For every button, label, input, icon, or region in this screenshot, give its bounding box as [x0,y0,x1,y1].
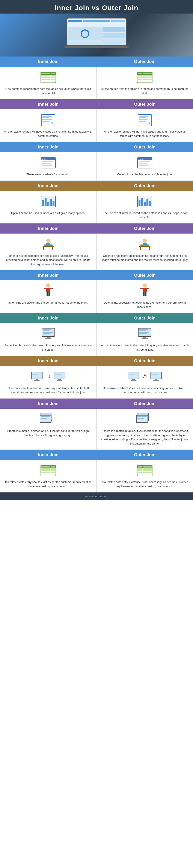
outer-join-header-9: Outer Join [96,450,193,460]
outer-text-6: A condition is not given in the outer jo… [101,343,189,352]
inner-join-header-0: Inner Join [0,57,96,67]
section-content-4: Inner join is the common join and is use… [0,234,193,271]
inner-col-6: A condition is given in the inner join q… [0,323,97,355]
inner-icon-4 [40,238,57,251]
section-header-1: Inner Join Outer Join [0,99,193,110]
outer-text-0: All the entries from the tables are take… [101,87,189,95]
outer-icon-8 [136,413,153,426]
svg-rect-21 [143,288,147,292]
section-header-0: Inner Join Outer Join [0,57,193,67]
svg-rect-6 [49,245,53,246]
outer-icon-3 [136,195,153,208]
svg-rect-2 [52,247,53,250]
section-header-8: Inner Join Outer Join [0,399,193,409]
laptop-screen [67,18,126,46]
outer-icon-7 [136,370,153,383]
section-header-9: Inner Join Outer Join [0,450,193,460]
inner-join-header-4: Inner Join [0,223,96,234]
outer-icon-9 [136,464,153,477]
inner-text-4: Inner join is the common join and is use… [4,254,93,267]
outer-icon-0 [136,71,153,84]
person-desk-icon [41,237,56,252]
inner-icon-8 [40,413,57,426]
footer-url: www.educba.com [85,495,108,498]
outer-join-header-2: Outer Join [96,142,193,152]
outer-join-header-3: Outer Join [96,181,193,191]
outer-col-2: Outer join can be left outer or right ou… [97,152,193,181]
outer-text-4: Outer join has many options such as left… [101,254,189,262]
inner-text-2: There are no variants for inner join. [27,172,70,177]
inner-text-6: A condition is given in the inner join q… [4,343,93,352]
outer-text-2: Outer join can be left outer or right ou… [117,172,172,177]
section-header-4: Inner Join Outer Join [0,223,193,234]
inner-col-3: Optimizer can be used in inner join as i… [0,191,97,223]
person-stand-icon [137,282,152,300]
laptop-mockup [60,18,133,52]
inner-col-7: If the rows in table A does not have any… [0,366,97,398]
person-stand-icon [41,282,56,300]
section-content-3: Optimizer can be used in inner join as i… [0,191,193,223]
outer-col-1: ✎ All the rows or entries will not have … [97,110,193,142]
svg-point-20 [143,283,147,288]
laptop-base [64,46,129,48]
section-content-1: ✎ All the rows or entries will have valu… [0,110,193,142]
outer-join-header-6: Outer Join [96,313,193,323]
svg-rect-22 [143,292,145,296]
inner-join-header-8: Inner Join [0,399,96,409]
outer-col-9: If a related data entry existence is not… [97,460,193,492]
outer-join-header-0: Outer Join [96,57,193,67]
section-header-6: Inner Join Outer Join [0,313,193,323]
sections-container: Inner Join Outer Join Only common record… [0,57,193,492]
inner-icon-6 [40,328,57,340]
svg-rect-24 [140,288,143,289]
section-content-6: A condition is given in the inner join q… [0,323,193,356]
inner-text-8: If there is a match in either tables, it… [4,429,93,437]
svg-rect-13 [146,245,149,246]
inner-text-0: Only common records from both the tables… [4,87,93,95]
outer-join-header-4: Outer Join [96,223,193,234]
inner-col-9: If a related data entry should exist as … [0,460,97,492]
page-title: Inner Join vs Outer Join [2,4,191,12]
section-header-3: Inner Join Outer Join [0,181,193,191]
person-desk-icon [137,237,152,252]
outer-join-header-8: Outer Join [96,399,193,409]
inner-join-header-3: Inner Join [0,181,96,191]
outer-join-header-1: Outer Join [96,99,193,110]
svg-point-14 [46,283,50,288]
svg-rect-19 [50,288,53,289]
svg-rect-9 [149,247,150,250]
svg-rect-25 [147,288,149,289]
svg-rect-8 [140,247,141,250]
inner-col-2: There are no variants for inner join. [0,152,97,181]
section-content-0: Only common records from both the tables… [0,67,193,99]
outer-col-8: If there is a match in tables, it will c… [97,409,193,450]
section-content-2: There are no variants for inner join. Ou… [0,152,193,181]
inner-text-3: Optimizer can be used in inner join as i… [11,211,85,215]
screen-content [67,19,126,45]
inner-text-7: If the rows in table A does not have any… [4,386,93,395]
section-content-7: If the rows in table A does not have any… [0,366,193,399]
page-header: Inner Join vs Outer Join [0,0,193,13]
inner-col-1: ✎ All the rows or entries will have valu… [0,110,97,142]
outer-col-3: The use of optimizer is limited as the d… [97,191,193,223]
inner-col-0: Only common records from both the tables… [0,67,97,99]
inner-icon-9 [40,464,57,477]
refresh-icon [46,374,51,379]
inner-join-header-1: Inner Join [0,99,96,110]
inner-join-header-2: Inner Join [0,142,96,152]
inner-icon-5 [40,285,57,298]
inner-text-5: Inner joins are slower and the performan… [8,301,88,305]
refresh-icon [142,374,147,379]
outer-icon-6 [136,328,153,340]
svg-point-10 [143,239,147,243]
svg-rect-17 [48,292,50,296]
outer-col-6: A condition is not given in the outer jo… [97,323,193,355]
svg-rect-1 [43,247,44,250]
footer: www.educba.com [0,492,193,500]
inner-col-4: Inner join is the common join and is use… [0,234,97,270]
inner-col-5: Inner joins are slower and the performan… [0,280,97,313]
inner-text-1: All the rows or entries will have values… [4,129,93,138]
inner-join-header-7: Inner Join [0,356,96,366]
outer-text-1: All the rows or entries will not have va… [101,129,189,138]
outer-join-header-5: Outer Join [96,270,193,280]
